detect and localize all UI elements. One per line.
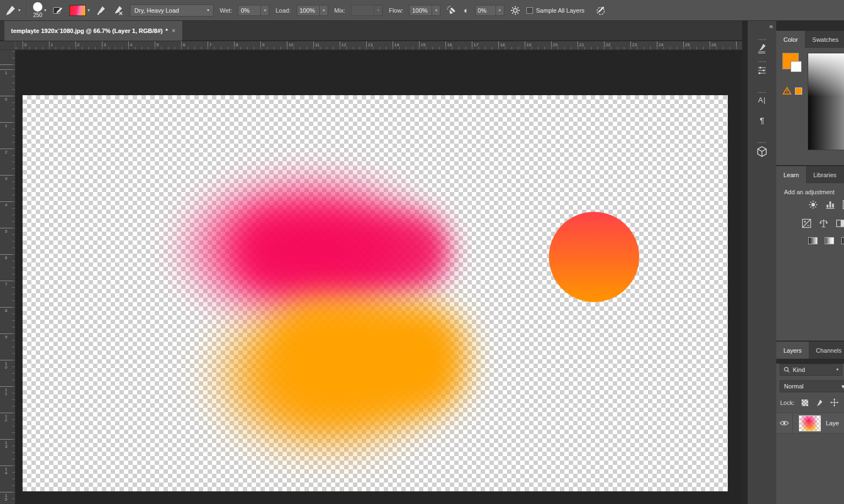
- ruler-mark: 2: [3, 150, 9, 154]
- layer-thumbnail[interactable]: [799, 415, 821, 431]
- lock-transparency-icon[interactable]: [802, 399, 808, 406]
- 3d-panel-button[interactable]: [748, 139, 776, 161]
- panel-grip: [758, 61, 766, 62]
- ruler-mark: 2: [77, 42, 79, 47]
- airbrush-icon: [446, 5, 458, 16]
- ruler-mark: 8: [3, 309, 9, 313]
- ruler-mark: 16: [447, 42, 452, 47]
- lock-pixels-button[interactable]: [815, 399, 823, 407]
- background-color-swatch[interactable]: [791, 61, 802, 72]
- paragraph-panel-button[interactable]: ¶: [748, 109, 776, 131]
- tab-layers[interactable]: Layers: [776, 342, 809, 359]
- properties-panel-button[interactable]: [748, 57, 776, 79]
- sample-all-layers-checkbox[interactable]: [526, 7, 533, 14]
- options-bar: ▾ 250 ▾ ▾ Dry, Heavy Load ▾ Wet: ▾: [0, 0, 844, 21]
- smoothing-input[interactable]: [475, 5, 496, 16]
- ruler-mark: 11: [315, 42, 319, 47]
- levels-button[interactable]: [825, 200, 835, 210]
- load-label: Load:: [275, 7, 291, 14]
- canvas-viewport[interactable]: [15, 50, 742, 504]
- adjustments-panel-header: Learn Libraries: [776, 166, 844, 183]
- tab-swatches[interactable]: Swatches: [805, 31, 844, 48]
- selective-color-button[interactable]: [841, 237, 844, 244]
- adjustments-panel: Learn Libraries Add an adjustment: [776, 166, 844, 341]
- panel-grip: [758, 92, 766, 93]
- layer-visibility-toggle[interactable]: [776, 413, 793, 434]
- wet-input[interactable]: [238, 5, 261, 16]
- chevron-down-icon: ▾: [44, 8, 46, 13]
- closest-web-color-swatch[interactable]: [795, 87, 802, 95]
- photo-filter-button[interactable]: [808, 237, 818, 244]
- gradient-map-button[interactable]: [825, 237, 834, 244]
- flow-input[interactable]: [409, 5, 432, 16]
- ruler-mark: 10: [288, 42, 293, 47]
- load-brush-button[interactable]: [96, 5, 107, 16]
- smoothing-slider-button[interactable]: ▾: [496, 5, 504, 16]
- ruler-mark: 4: [3, 203, 9, 207]
- brush-settings-panel-button[interactable]: [748, 35, 776, 57]
- wet-slider-button[interactable]: ▾: [261, 5, 269, 16]
- ruler-vertical[interactable]: 101234567891 01 11 21 31 41 5: [0, 50, 15, 504]
- brightness-contrast-button[interactable]: [808, 200, 818, 210]
- gamut-warning-icon[interactable]: [782, 86, 792, 95]
- ruler-mark: 1 1: [3, 388, 9, 396]
- black-white-button[interactable]: [836, 218, 844, 228]
- layer-filter-value: Kind: [793, 366, 832, 373]
- mixer-preset-select[interactable]: Dry, Heavy Load ▾: [130, 4, 214, 17]
- chevron-down-icon: ▾: [18, 8, 20, 13]
- panel-grip: [758, 39, 766, 40]
- clean-brush-button[interactable]: [113, 5, 124, 16]
- flow-slider-button[interactable]: ▾: [432, 5, 440, 16]
- color-picker-gradient[interactable]: [808, 53, 844, 150]
- ruler-mark: 1 2: [3, 414, 9, 422]
- gear-icon: [510, 6, 520, 15]
- wet-label: Wet:: [220, 7, 232, 14]
- ruler-horizontal[interactable]: 0123456789101112131415161718192021222324…: [15, 41, 742, 50]
- brush-settings-toggle-button[interactable]: [52, 5, 63, 16]
- ruler-mark: 6: [3, 256, 9, 260]
- document-canvas[interactable]: [23, 95, 728, 491]
- separator: [26, 3, 27, 18]
- ruler-mark: 13: [368, 42, 373, 47]
- panel-divider: [742, 21, 748, 504]
- layers-panel-header: Layers Channels: [776, 342, 844, 359]
- document-tab[interactable]: templayte 1920x`1080.jpg @ 66.7% (Layer …: [4, 21, 182, 41]
- paint-symmetry-button[interactable]: [595, 5, 606, 16]
- tab-learn[interactable]: Learn: [776, 166, 806, 183]
- flow-label: Flow:: [389, 7, 403, 14]
- layer-filter-select[interactable]: Kind ▾: [780, 364, 842, 376]
- ruler-mark: 5: [156, 42, 159, 47]
- ruler-mark: 7: [209, 42, 211, 47]
- exposure-icon: [802, 218, 812, 228]
- color-balance-button[interactable]: [819, 218, 829, 228]
- ruler-mark: 5: [3, 229, 9, 233]
- airbrush-button[interactable]: [446, 5, 458, 16]
- ruler-mark: 9: [3, 335, 9, 339]
- tab-color[interactable]: Color: [776, 31, 805, 48]
- chevron-down-icon: ▾: [841, 384, 844, 390]
- tab-libraries[interactable]: Libraries: [806, 166, 843, 183]
- brush-load-swatch[interactable]: ▾: [69, 5, 90, 16]
- ruler-mark: 1: [51, 42, 53, 47]
- lock-position-button[interactable]: [830, 398, 838, 407]
- exposure-button[interactable]: [802, 218, 812, 228]
- layer-row[interactable]: Laye: [776, 413, 844, 434]
- ruler-origin-corner[interactable]: [0, 41, 15, 50]
- tab-channels[interactable]: Channels: [809, 342, 844, 359]
- pink-paint-core: [240, 215, 449, 288]
- paragraph-panel-icon: ¶: [760, 116, 764, 125]
- character-panel-button[interactable]: A|: [748, 87, 776, 109]
- smoothing-icon: ◐: [464, 6, 469, 15]
- blend-mode-select[interactable]: Normal ▾: [780, 380, 844, 392]
- photo-filter-icon: [808, 237, 818, 244]
- brush-preset-picker[interactable]: 250 ▾: [33, 2, 46, 18]
- load-input[interactable]: [297, 5, 320, 16]
- document-tab-bar: templayte 1920x`1080.jpg @ 66.7% (Layer …: [0, 21, 742, 41]
- tool-preset-picker[interactable]: ▾: [4, 4, 20, 17]
- expand-panels-button[interactable]: «: [769, 23, 773, 30]
- ruler-mark: 1: [3, 124, 9, 128]
- load-slider-button[interactable]: ▾: [320, 5, 328, 16]
- brush-options-button[interactable]: [510, 6, 520, 15]
- mix-label: Mix:: [334, 7, 345, 14]
- close-tab-button[interactable]: ×: [172, 27, 176, 35]
